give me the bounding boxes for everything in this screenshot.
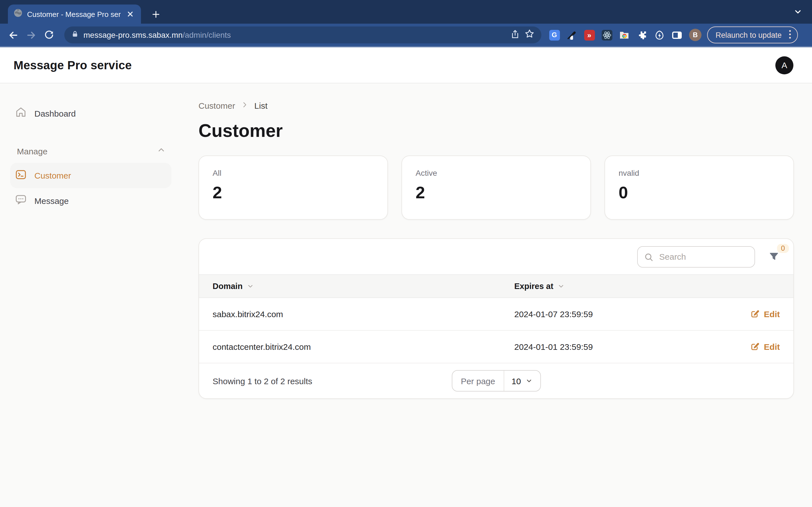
relaunch-label: Relaunch to update [716, 31, 781, 39]
breadcrumb: Customer List [199, 99, 794, 112]
edit-pencil-icon [750, 342, 759, 351]
browser-tab[interactable]: Customer - Message Pro service [8, 4, 141, 24]
sort-chevron-icon [246, 282, 254, 290]
sidebar-item-message[interactable]: Message [10, 188, 171, 213]
tab-title: Customer - Message Pro service [27, 10, 121, 18]
customer-table-card: 0 Domain Expires at sabax.bitrix24.com [199, 238, 794, 399]
stat-card: nvalid 0 [605, 156, 794, 220]
back-button[interactable] [6, 27, 20, 42]
sidebar-item-label: Message [35, 196, 69, 205]
sidebar-item-label: Dashboard [35, 108, 76, 118]
translate-extension-icon[interactable]: G [549, 29, 560, 41]
edit-button[interactable]: Edit [750, 309, 780, 319]
react-devtools-extension-icon[interactable] [601, 29, 612, 41]
brand-title: Message Pro service [13, 58, 132, 72]
stat-card: Active 2 [402, 156, 591, 220]
domain-cell: contactcenter.bitrix24.com [213, 342, 514, 351]
terminal-icon [15, 168, 27, 183]
user-avatar[interactable]: A [775, 56, 794, 74]
lighthouse-extension-icon[interactable] [654, 29, 665, 41]
per-page-control[interactable]: Per page 10 [452, 370, 541, 392]
share-icon[interactable] [510, 29, 520, 41]
breadcrumb-current: List [254, 101, 267, 110]
domain-cell: sabax.bitrix24.com [213, 309, 514, 319]
extensions-row: G » [549, 29, 682, 41]
main-content: Customer List Customer All 2 Active 2 nv… [188, 83, 812, 507]
sidebar-item-label: Customer [35, 171, 71, 180]
breadcrumb-parent[interactable]: Customer [199, 101, 235, 110]
home-icon [15, 106, 27, 121]
chevron-down-icon [525, 377, 533, 385]
tab-search-chevron-icon[interactable] [791, 4, 805, 19]
expires-cell: 2024-01-01 23:59:59 [514, 342, 718, 351]
chevron-right-icon [241, 101, 249, 110]
tab-close-icon[interactable] [125, 9, 135, 19]
sidebar-group-manage[interactable]: Manage [10, 145, 171, 157]
color-picker-extension-icon[interactable] [566, 29, 577, 41]
stat-label: Active [416, 168, 577, 177]
browser-tabstrip: Customer - Message Pro service [0, 0, 812, 24]
table-body: sabax.bitrix24.com 2024-01-07 23:59:59 E… [199, 298, 794, 363]
filter-count-badge: 0 [777, 244, 789, 252]
forward-button[interactable] [24, 27, 38, 42]
search-icon [644, 252, 654, 264]
red-fastforward-extension-icon[interactable]: » [583, 29, 595, 41]
url-domain: message-pro.sms.sabax.mn [84, 31, 183, 40]
results-summary: Showing 1 to 2 of 2 results [213, 376, 312, 386]
expires-cell: 2024-01-07 23:59:59 [514, 309, 718, 319]
sidebar-item-dashboard[interactable]: Dashboard [10, 101, 171, 126]
table-row[interactable]: contactcenter.bitrix24.com 2024-01-01 23… [199, 331, 794, 363]
searchbox [637, 246, 755, 267]
sort-chevron-icon [557, 282, 565, 290]
table-footer: Showing 1 to 2 of 2 results Per page 10 [199, 363, 794, 398]
stats-cards: All 2 Active 2 nvalid 0 [199, 156, 794, 220]
table-row[interactable]: sabax.bitrix24.com 2024-01-07 23:59:59 E… [199, 298, 794, 331]
sidebar: Dashboard Manage Customer Message [0, 83, 188, 507]
edit-label: Edit [764, 309, 780, 319]
favicon-globe-icon [13, 8, 22, 20]
chevron-up-icon [157, 145, 166, 157]
browser-toolbar: message-pro.sms.sabax.mn/admin/clients G… [0, 24, 812, 47]
stat-value: 2 [213, 183, 374, 202]
chat-bubble-icon [15, 193, 27, 208]
stat-card: All 2 [199, 156, 388, 220]
sidebar-item-customer[interactable]: Customer [10, 163, 171, 188]
bookmark-star-icon[interactable] [524, 29, 535, 41]
lock-icon [71, 30, 79, 40]
app-header: Message Pro service A [0, 47, 812, 83]
search-input[interactable] [637, 246, 755, 267]
extensions-puzzle-icon[interactable] [636, 29, 647, 41]
edit-label: Edit [764, 342, 780, 351]
folder-chrome-extension-icon[interactable] [619, 29, 630, 41]
side-panel-icon[interactable] [671, 29, 682, 41]
edit-pencil-icon [750, 309, 759, 319]
table-toolbar: 0 [199, 239, 794, 274]
stat-label: All [213, 168, 374, 177]
column-header-domain[interactable]: Domain [213, 282, 514, 291]
reload-button[interactable] [42, 27, 56, 42]
table-header-row: Domain Expires at [199, 274, 794, 298]
stat-label: nvalid [619, 168, 780, 177]
group-label: Manage [17, 146, 47, 156]
browser-profile-avatar[interactable]: B [689, 29, 702, 41]
per-page-label: Per page [452, 371, 504, 391]
browser-window: Customer - Message Pro service message-p… [0, 0, 812, 507]
per-page-select[interactable]: 10 [504, 371, 540, 391]
edit-button[interactable]: Edit [750, 342, 780, 351]
column-header-expires-at[interactable]: Expires at [514, 282, 718, 291]
stat-value: 0 [619, 183, 780, 202]
url-bar[interactable]: message-pro.sms.sabax.mn/admin/clients [64, 26, 541, 43]
relaunch-to-update-button[interactable]: Relaunch to update [707, 26, 798, 43]
stat-value: 2 [416, 183, 577, 202]
url-path: /admin/clients [183, 31, 231, 40]
page-title: Customer [199, 119, 794, 142]
filter-button[interactable]: 0 [763, 245, 784, 268]
new-tab-button[interactable] [148, 6, 163, 22]
kebab-menu-icon[interactable] [785, 29, 795, 41]
